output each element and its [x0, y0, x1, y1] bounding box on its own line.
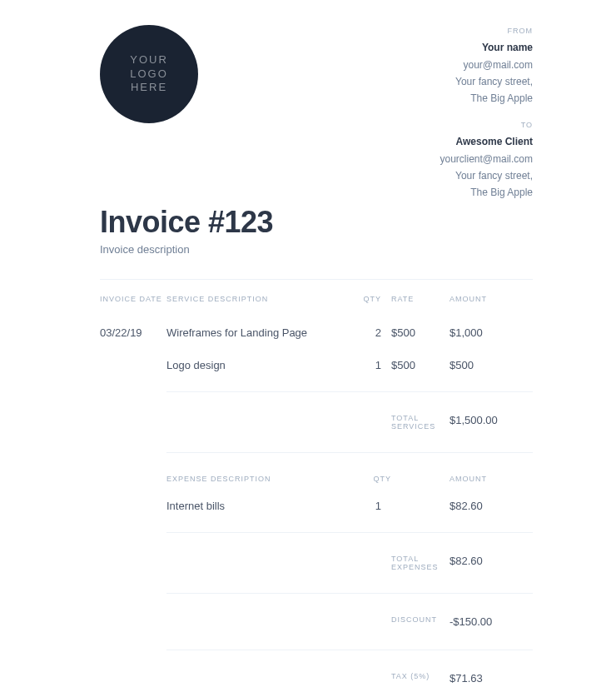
invoice-header: YOUR LOGO HERE FROM Your name your@mail.… — [100, 25, 533, 213]
from-name: Your name — [440, 39, 533, 56]
to-city: The Big Apple — [440, 184, 533, 201]
logo-line: LOGO — [130, 67, 168, 82]
expense-amount: $82.60 — [450, 490, 533, 522]
logo-placeholder: YOUR LOGO HERE — [100, 25, 198, 123]
tax-label: TAX (5%) — [391, 660, 450, 692]
service-rate: $500 — [391, 349, 450, 381]
service-rate: $500 — [391, 316, 450, 349]
col-qty: QTY — [358, 463, 391, 490]
col-rate: RATE — [391, 295, 450, 316]
from-email: your@mail.com — [440, 57, 533, 73]
from-city: The Big Apple — [440, 90, 533, 107]
expense-desc: Internet bills — [166, 490, 358, 522]
service-desc: Logo design — [166, 349, 358, 381]
service-amount: $500 — [450, 349, 533, 381]
to-street: Your fancy street, — [440, 167, 533, 184]
invoice-date: 03/22/19 — [100, 316, 166, 349]
expense-qty: 1 — [358, 490, 391, 522]
to-label: TO — [440, 119, 533, 132]
to-address: TO Awesome Client yourclient@mail.com Yo… — [440, 119, 533, 202]
discount: -$150.00 — [450, 604, 533, 640]
total-expenses-label: TOTAL EXPENSES — [391, 543, 450, 583]
total-services: $1,500.00 — [450, 402, 533, 442]
discount-label: DISCOUNT — [391, 604, 450, 640]
from-label: FROM — [440, 25, 533, 37]
from-address: FROM Your name your@mail.com Your fancy … — [440, 25, 533, 107]
address-block: FROM Your name your@mail.com Your fancy … — [440, 25, 533, 213]
divider — [100, 279, 533, 280]
service-qty: 2 — [358, 316, 391, 349]
line-items-grid: INVOICE DATE SERVICE DESCRIPTION QTY RAT… — [100, 295, 533, 692]
total-expenses: $82.60 — [450, 543, 533, 583]
invoice-description: Invoice description — [100, 243, 273, 256]
tax: $71.63 — [450, 660, 533, 692]
logo-line: HERE — [131, 81, 167, 95]
service-qty: 1 — [358, 349, 391, 381]
col-amount: AMOUNT — [450, 463, 533, 490]
from-street: Your fancy street, — [440, 73, 533, 90]
invoice-title: Invoice #123 — [100, 205, 273, 240]
service-amount: $1,000 — [450, 316, 533, 349]
col-amount: AMOUNT — [450, 295, 533, 316]
total-services-label: TOTAL SERVICES — [391, 402, 450, 442]
logo-line: YOUR — [130, 53, 168, 67]
to-email: yourclient@mail.com — [440, 151, 533, 167]
col-service: SERVICE DESCRIPTION — [166, 295, 358, 316]
col-qty: QTY — [358, 295, 391, 316]
service-desc: Wireframes for Landing Page — [166, 316, 358, 349]
to-name: Awesome Client — [440, 133, 533, 150]
col-expense: EXPENSE DESCRIPTION — [166, 463, 358, 490]
col-date: INVOICE DATE — [100, 295, 166, 316]
